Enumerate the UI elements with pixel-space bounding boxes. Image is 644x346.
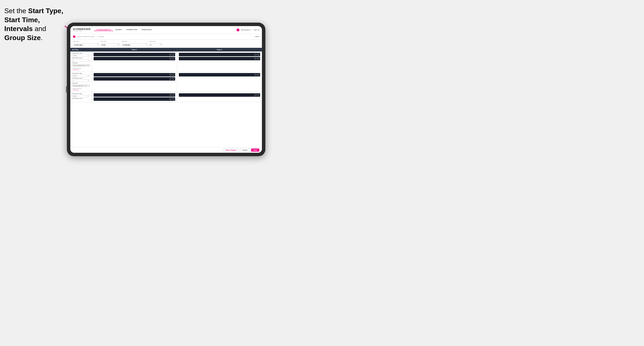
player-add-btn-5-1[interactable]: ○ [172,94,174,96]
add-group-btn-1[interactable]: + Add Group [72,69,90,70]
player-edit-btn-3-1[interactable]: × [169,74,172,76]
add-group-btn-2[interactable]: + Add Group [72,89,90,91]
table-header: Tee Time Team 1 Team 2 [70,48,262,51]
player-row-1-2: × ○ [94,57,175,60]
start-time-group: Start Time 🕙 [100,41,120,46]
time-clock-icon-1: ⏱ [88,55,89,56]
reset-changes-button[interactable]: Reset Changes [223,149,239,152]
starting-hole-input-2[interactable]: 1 ⬍ [72,79,90,82]
group-size-label: Group Size [149,41,162,42]
player-add-btn-2-1[interactable]: ○ [257,53,259,56]
instruction-line6: . [41,34,43,42]
intervals-label: Intervals [122,41,148,42]
back-button[interactable]: < Back [254,35,259,37]
player-add-btn-3-1[interactable]: ○ [172,74,174,76]
sign-out-link[interactable]: Sign out [254,29,259,31]
instruction-line4: and [33,25,46,32]
controls-row: Start Type 1st Tee Start Shotgun Start S… [70,39,262,48]
intervals-select-wrap: 10 Minutes 8 Minutes 12 Minutes [122,42,148,46]
team2-col-2: × ○ [177,72,262,92]
starting-time-label-1: STARTING TIME: [72,53,90,54]
breadcrumb-sep: > [96,35,97,37]
player-add-btn-1-1[interactable]: ○ [172,53,174,56]
starting-time-input-2[interactable]: 10:10 ⏱ [72,75,90,77]
player-actions-5-1: × ○ [169,94,174,96]
course-label-2: COURSE: [72,83,90,84]
tab-rankings[interactable]: RANKINGS [140,29,154,31]
tablet-side-button [66,86,67,93]
nav-right: blair@clippd.io | Sign out [236,28,259,31]
instruction-line1: Set the [4,7,28,15]
course-expand-1[interactable]: ⬍ [88,65,89,66]
course-remove-1[interactable]: × [86,65,87,66]
player-edit-btn-2-1[interactable]: × [254,53,256,56]
start-type-group: Start Type 1st Tee Start Shotgun Start [73,41,99,46]
player-add-btn-6-1[interactable]: ○ [257,94,259,96]
breadcrumb-main[interactable]: Clippd Invitational (Me) [77,35,94,37]
course-icon-1: 🏌 [73,65,75,66]
player-row-4-1: × ○ [179,73,260,76]
player-edit-btn-3-2[interactable]: × [169,78,172,80]
group-size-select-wrap: 3 2 4 [149,42,162,46]
breadcrumb: Clippd Invitational (Me) > Hosting [77,35,104,37]
team2-col-3: × ○ [177,92,262,102]
tablet-frame: SCOREBOARD Powered by clippd TOURNAMENTS… [67,23,265,156]
start-time-label: Start Time [100,41,120,42]
player-add-btn-3-2[interactable]: ○ [172,78,174,80]
remove-group-btn-2[interactable]: ○ Remove Group [72,88,90,89]
hole-stepper-1: ⬍ [88,60,89,61]
group-row-1: STARTING TIME: 10:00 ⏱ STARTING HOLE: 1 … [70,51,262,72]
group-right-2: × ○ × ○ [92,72,262,92]
group-right-3: × ○ × ○ [92,92,262,102]
group-left-3: STARTING TIME: 10:20 ⏱ STARTING HOLE: [70,92,92,102]
start-type-select-wrap: 1st Tee Start Shotgun Start [73,42,99,46]
player-actions-1-1: × ○ [169,53,174,56]
nav-tabs: TOURNAMENTS TEAMS COMMITTEE RANKINGS [94,29,236,31]
team1-col-2: × ○ × ○ [92,72,177,92]
player-edit-btn-1-2[interactable]: × [169,57,172,60]
group-left-1: STARTING TIME: 10:00 ⏱ STARTING HOLE: 1 … [70,51,92,72]
cancel-button[interactable]: Cancel [240,149,250,152]
remove-group-btn-1[interactable]: ○ Remove Group [72,68,90,69]
group-row-3: STARTING TIME: 10:20 ⏱ STARTING HOLE: × … [70,92,262,102]
player-edit-btn-6-1[interactable]: × [254,94,256,96]
player-add-btn-2-2[interactable]: ○ [257,57,259,60]
starting-time-input-1[interactable]: 10:00 ⏱ [72,54,90,57]
starting-hole-input-1[interactable]: 1 ⬍ [72,59,90,62]
player-edit-btn-4-1[interactable]: × [254,74,256,76]
team1-col-1: × ○ × ○ [92,51,177,72]
player-edit-btn-1-1[interactable]: × [169,53,172,56]
player-row-1-1: × ○ [94,53,175,56]
player-add-btn-4-1[interactable]: ○ [257,74,259,76]
schedule-table: Tee Time Team 1 Team 2 STARTING TIME: 10… [70,48,262,147]
course-tag-1: 🏌 (A) Peachtree GC × ⬍ [72,64,90,67]
time-clock-icon-2: ⏱ [88,75,89,76]
th-team2: Team 2 [177,48,262,51]
group-size-group: Group Size 3 2 4 [149,41,162,46]
instruction-text: Set the Start Type, Start Time, Interval… [4,6,67,42]
player-add-btn-1-2[interactable]: ○ [172,57,174,60]
player-edit-btn-5-1[interactable]: × [169,94,172,96]
course-expand-2[interactable]: ⬍ [85,85,86,86]
course-name-2: East Lake GC [75,85,83,86]
tab-committee[interactable]: COMMITTEE [124,29,140,31]
tab-tournaments[interactable]: TOURNAMENTS [94,29,113,31]
player-row-5-1: × ○ [94,93,175,97]
intervals-select[interactable]: 10 Minutes 8 Minutes 12 Minutes [122,43,148,46]
player-edit-btn-2-2[interactable]: × [254,57,256,60]
instruction-bold2: Start Time, [4,16,40,24]
group-row-2: STARTING TIME: 10:10 ⏱ STARTING HOLE: 1 … [70,72,262,92]
group-size-select[interactable]: 3 2 4 [149,43,162,46]
tab-teams[interactable]: TEAMS [113,29,124,31]
player-actions-2-1: × ○ [254,53,259,56]
course-remove-2[interactable]: × [84,85,85,86]
player-actions-6-1: × ○ [254,94,259,96]
starting-time-label-3: STARTING TIME: [72,93,90,94]
save-button[interactable]: Save [251,149,259,152]
starting-time-input-3[interactable]: 10:20 ⏱ [72,95,90,97]
course-icon-2: 🏌 [73,85,75,86]
start-type-select[interactable]: 1st Tee Start Shotgun Start [73,43,99,46]
player-add-btn-5-2[interactable]: ○ [172,98,174,100]
starting-hole-label-1: STARTING HOLE: [72,57,90,59]
player-edit-btn-5-2[interactable]: × [169,98,172,100]
